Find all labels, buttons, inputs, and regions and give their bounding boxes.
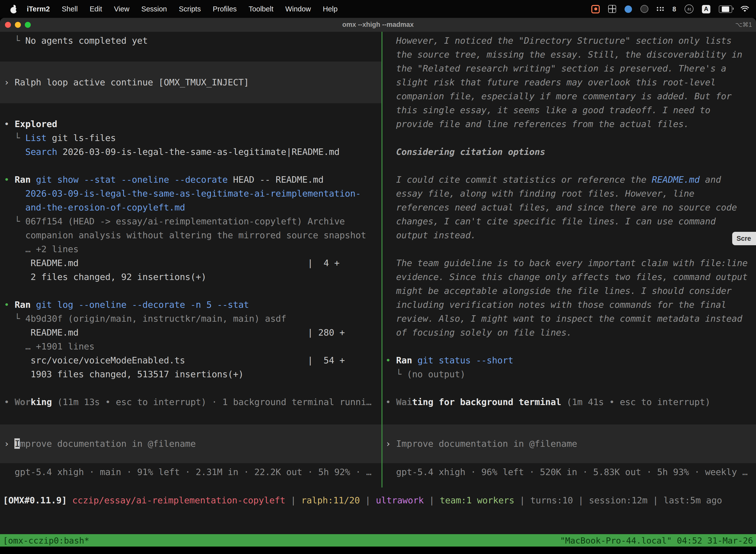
monitor-gauge-icon[interactable]: .61 xyxy=(685,4,693,13)
menu-item-edit[interactable]: Edit xyxy=(83,5,108,13)
terminal-line xyxy=(0,284,381,298)
text-segment: (11m 13s • esc to interrupt) · 1 backgro… xyxy=(52,397,371,407)
text-segment: the "Related research writing" section i… xyxy=(385,63,726,73)
terminal-line: └ (no output) xyxy=(382,367,756,381)
text-segment: Ralph loop active continue [OMX_TMUX_INJ… xyxy=(15,77,249,88)
battery-icon[interactable] xyxy=(719,5,732,13)
menu-item-help[interactable]: Help xyxy=(317,5,344,13)
text-segment: I could cite commit statistics or refere… xyxy=(385,174,652,185)
screen-share-popup[interactable]: Scre xyxy=(732,232,756,245)
numeric-status-icon[interactable]: 8 xyxy=(673,5,676,13)
text-segment: turns:10 xyxy=(530,495,573,505)
terminal-line: README.md | 4 + xyxy=(0,256,381,270)
terminal-line: and-the-erosion-of-copyleft.md xyxy=(0,201,381,214)
menu-item-scripts[interactable]: Scripts xyxy=(173,5,207,13)
waiting-spinner-line: • Waiting for background terminal (1m 41… xyxy=(382,395,756,409)
text-segment: cczip/essay/ai-reimplementation-copyleft xyxy=(72,495,285,505)
text-segment: git show --stat --oneline --decorate xyxy=(36,174,228,185)
text-segment: 2026-03-09-is-legal-the-same-as-legitima… xyxy=(25,188,361,199)
dots-grid-icon[interactable] xyxy=(657,7,664,11)
wifi-icon[interactable] xyxy=(741,6,749,12)
terminal-line: However, I noticed the "Directory Struct… xyxy=(382,34,756,48)
terminal-line: 1903 files changed, 513517 insertions(+) xyxy=(0,367,381,381)
text-segment: └ xyxy=(4,313,25,324)
terminal-line: … +1901 lines xyxy=(0,340,381,353)
terminal-line: Search 2026-03-09-is-legal-the-same-as-l… xyxy=(0,145,381,159)
text-segment: • xyxy=(4,174,15,185)
text-segment: The team guideline is to back every impo… xyxy=(385,258,748,268)
text-segment: mprove documentation in @filename xyxy=(20,438,196,449)
input-source-icon[interactable]: A xyxy=(702,5,710,13)
terminal-line: I could cite commit statistics or refere… xyxy=(382,173,756,187)
terminal-line: slight risk that future readers may over… xyxy=(382,75,756,89)
text-segment: Ran xyxy=(396,355,418,365)
menu-item-toolbelt[interactable]: Toolbelt xyxy=(243,5,279,13)
reasoning-heading-line: Considering citation options xyxy=(382,145,756,159)
text-segment: output instead. xyxy=(385,230,476,240)
terminal-line: review. Also, I might want to inspect th… xyxy=(382,312,756,326)
text-segment: provide file and line references from th… xyxy=(385,119,689,129)
screen-recording-indicator-icon[interactable] xyxy=(591,5,600,13)
menubar-status-icons: 8 .61 A xyxy=(591,4,756,13)
right-terminal-pane[interactable]: However, I noticed the "Directory Struct… xyxy=(382,32,756,488)
terminal-line: might be acceptable alongside the file l… xyxy=(382,284,756,298)
tmux-host-clock-label: "MacBook-Pro-44.local" 04:52 31-Mar-26 xyxy=(560,535,753,545)
text-segment: 4b9d30f (origin/main, instructkr/main, m… xyxy=(25,313,286,324)
left-model-status: gpt-5.4 xhigh · main · 91% left · 2.31M … xyxy=(0,465,381,479)
text-segment: Search xyxy=(25,147,57,157)
apple-menu-icon[interactable] xyxy=(10,5,18,13)
menu-item-profiles[interactable]: Profiles xyxy=(207,5,243,13)
text-segment: evidence. Since this change only affects… xyxy=(385,272,748,282)
tab-shortcut-label: ⌥⌘1 xyxy=(735,18,752,32)
text-segment: … +2 lines xyxy=(4,244,79,254)
left-prompt-input-box[interactable]: › Improve documentation in @filename xyxy=(0,425,381,463)
text-segment: (no output) xyxy=(407,369,465,379)
terminal-line: evidence. Since this change only affects… xyxy=(382,270,756,284)
right-prompt-input-box[interactable]: › Improve documentation in @filename xyxy=(382,425,756,463)
text-segment: (1m 41s • esc to interrupt) xyxy=(561,397,710,407)
window-grid-icon[interactable] xyxy=(609,5,616,13)
text-segment: Considering citation options xyxy=(385,147,545,157)
terminal-line: provide file and line references from th… xyxy=(382,117,756,131)
terminal-line: 2 files changed, 92 insertions(+) xyxy=(0,270,381,284)
text-segment: last:5m ago xyxy=(664,495,722,505)
text-segment: essay file, along with finding root file… xyxy=(385,188,694,199)
left-terminal-pane[interactable]: └ No agents completed yet › Ralph loop a… xyxy=(0,32,381,488)
text-segment: [OMX#0.11.9] xyxy=(3,495,72,505)
menu-item-window[interactable]: Window xyxy=(279,5,317,13)
text-segment: and xyxy=(700,174,721,185)
ralph-loop-banner-line: › Ralph loop active continue [OMX_TMUX_I… xyxy=(0,75,381,89)
text-segment: I xyxy=(15,438,20,449)
text-segment: ting for background terminal xyxy=(412,397,561,407)
text-segment: Wor xyxy=(15,397,30,407)
terminal-line xyxy=(0,103,381,117)
text-segment: └ xyxy=(4,216,25,226)
blue-app-icon[interactable] xyxy=(625,5,632,13)
text-segment: session:12m xyxy=(589,495,647,505)
menu-item-view[interactable]: View xyxy=(108,5,135,13)
terminal-line: 2026-03-09-is-legal-the-same-as-legitima… xyxy=(0,187,381,201)
terminal-line: └ List git ls-files xyxy=(0,131,381,145)
terminal-line: └ 4b9d30f (origin/main, instructkr/main,… xyxy=(0,312,381,326)
terminal-line xyxy=(0,48,381,62)
text-segment xyxy=(4,188,25,199)
terminal-line: essay file, along with finding root file… xyxy=(382,187,756,201)
terminal-line: changes, I can't cite specific file line… xyxy=(382,214,756,228)
menu-item-session[interactable]: Session xyxy=(135,5,173,13)
prompt-input-line: › Improve documentation in @filename xyxy=(0,437,381,451)
menu-item-iterm2[interactable]: iTerm2 xyxy=(21,5,56,13)
menubar-menus: iTerm2 Shell Edit View Session Scripts P… xyxy=(0,5,343,13)
terminal-line xyxy=(382,131,756,145)
window-titlebar[interactable]: omx --xhigh --madmax ⌥⌘1 xyxy=(0,18,756,32)
prompt-input-line: › Improve documentation in @filename xyxy=(382,437,756,451)
right-model-status: gpt-5.4 xhigh · 96% left · 520K in · 5.8… xyxy=(382,465,756,479)
tmux-panes: └ No agents completed yet › Ralph loop a… xyxy=(0,32,756,488)
terminal-line: including verification notes with those … xyxy=(382,298,756,312)
text-segment: › xyxy=(4,438,15,449)
terminal-line: output instead. xyxy=(382,228,756,242)
text-segment: • xyxy=(4,397,15,407)
dark-circle-app-icon[interactable] xyxy=(641,5,649,13)
terminal-line xyxy=(0,381,381,395)
text-segment: changes, I can't cite specific file line… xyxy=(385,216,715,226)
menu-item-shell[interactable]: Shell xyxy=(56,5,84,13)
